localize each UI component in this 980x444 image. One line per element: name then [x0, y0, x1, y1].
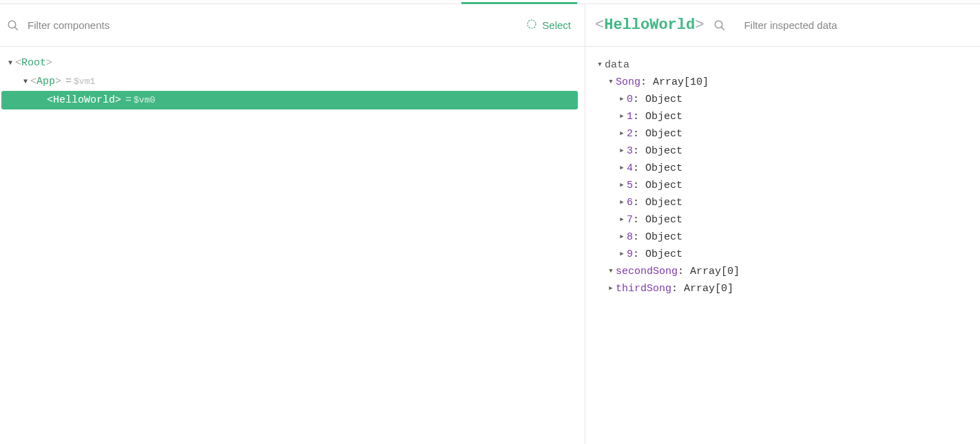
equals-separator: = — [65, 76, 72, 87]
search-icon — [713, 19, 726, 32]
data-value: Array[0] — [690, 266, 740, 277]
data-tree: data Song: Array[10] 0: Object 1: Object — [585, 47, 980, 307]
chevron-down-icon — [595, 56, 605, 74]
data-node-song-item[interactable]: 2: Object — [595, 125, 970, 142]
component-tag: <HelloWorld> — [47, 94, 121, 106]
data-key: thirdSong — [616, 283, 671, 295]
main-container: Select ▼ <Root> ▼ <App> = $vm1 — [0, 4, 980, 444]
data-node-thirdsong[interactable]: thirdSong: Array[0] — [595, 280, 970, 297]
chevron-right-icon — [617, 177, 627, 194]
chevron-right-icon — [617, 142, 627, 160]
equals-separator: = — [125, 94, 132, 106]
chevron-down-icon: ▼ — [6, 59, 15, 67]
data-key: Song — [616, 76, 640, 88]
search-icon — [7, 19, 19, 32]
component-tag: <App> — [30, 76, 61, 87]
chevron-down-icon — [606, 263, 616, 280]
svg-line-4 — [722, 27, 724, 30]
data-node-song-item[interactable]: 9: Object — [595, 246, 970, 263]
chevron-right-icon — [606, 280, 616, 297]
chevron-right-icon — [617, 91, 627, 108]
data-node-song-item[interactable]: 4: Object — [595, 160, 970, 177]
svg-point-2 — [528, 20, 536, 28]
chevron-right-icon — [617, 211, 627, 229]
component-tag: <Root> — [15, 57, 52, 69]
chevron-right-icon — [617, 108, 627, 125]
data-value: Array[10] — [653, 76, 709, 88]
data-node-song-item[interactable]: 0: Object — [595, 91, 970, 108]
chevron-right-icon — [617, 246, 627, 263]
svg-line-1 — [15, 27, 18, 30]
tree-node-app[interactable]: ▼ <App> = $vm1 — [0, 72, 585, 91]
data-value: Array[0] — [684, 283, 733, 295]
svg-point-0 — [8, 21, 16, 28]
data-node-song-item[interactable]: 7: Object — [595, 211, 970, 229]
component-tree: ▼ <Root> ▼ <App> = $vm1 <HelloWorld> = — [0, 47, 585, 109]
data-node-secondsong[interactable]: secondSong: Array[0] — [595, 263, 970, 280]
components-panel: Select ▼ <Root> ▼ <App> = $vm1 — [0, 4, 585, 444]
data-key: secondSong — [616, 266, 678, 277]
filter-components-input[interactable] — [28, 19, 525, 31]
chevron-down-icon — [606, 74, 616, 91]
inspector-panel: <HelloWorld> data Song: Array[10] — [585, 4, 980, 444]
tree-node-helloworld[interactable]: <HelloWorld> = $vm0 — [1, 91, 578, 109]
vm-reference: $vm1 — [74, 76, 95, 87]
chevron-right-icon — [617, 160, 627, 177]
filter-inspected-data-input[interactable] — [744, 19, 970, 31]
tree-node-root[interactable]: ▼ <Root> — [0, 54, 585, 72]
data-node-song-item[interactable]: 8: Object — [595, 229, 970, 246]
tab-indicator-bar — [0, 0, 980, 4]
svg-point-3 — [716, 21, 723, 28]
data-node-song[interactable]: Song: Array[10] — [595, 74, 970, 91]
chevron-right-icon — [617, 229, 627, 246]
data-node-song-item[interactable]: 3: Object — [595, 142, 970, 160]
data-section-header[interactable]: data — [595, 56, 970, 74]
chevron-down-icon: ▼ — [21, 78, 30, 85]
vm-reference: $vm0 — [134, 95, 155, 105]
chevron-right-icon — [617, 194, 627, 211]
components-toolbar: Select — [0, 4, 585, 47]
data-node-song-item[interactable]: 5: Object — [595, 177, 970, 194]
select-component-button[interactable]: Select — [525, 18, 578, 32]
inspector-toolbar: <HelloWorld> — [585, 4, 980, 47]
chevron-right-icon — [617, 125, 627, 142]
selected-component-title: <HelloWorld> — [595, 17, 704, 34]
section-label: data — [605, 56, 629, 74]
data-node-song-item[interactable]: 6: Object — [595, 194, 970, 211]
data-node-song-item[interactable]: 1: Object — [595, 108, 970, 125]
select-button-label: Select — [542, 19, 571, 31]
target-icon — [525, 18, 538, 32]
